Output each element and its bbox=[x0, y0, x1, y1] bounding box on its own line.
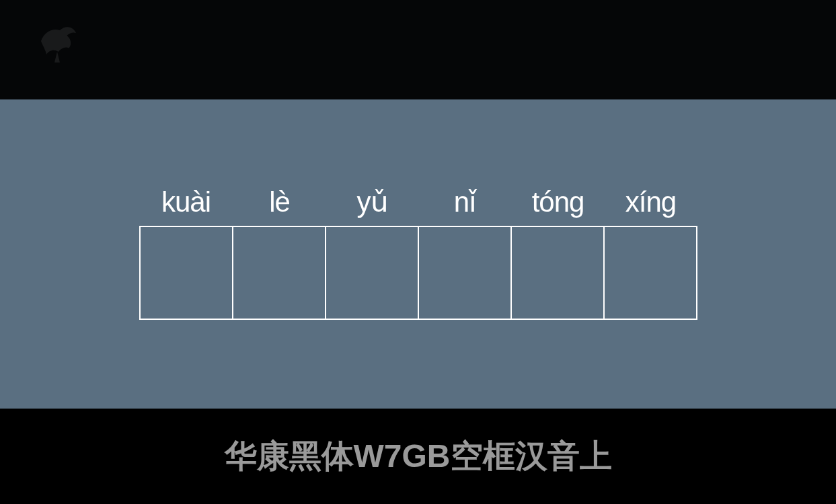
char-cell: xíng bbox=[605, 188, 697, 320]
pinyin-label: tóng bbox=[532, 188, 584, 216]
footer-bar: 华康黑体W7GB空框汉音上 bbox=[0, 409, 836, 504]
sample-row: kuài lè yǔ nǐ tóng xíng bbox=[139, 188, 697, 320]
pinyin-label: kuài bbox=[161, 188, 211, 216]
character-box bbox=[603, 226, 697, 320]
pinyin-label: xíng bbox=[625, 188, 676, 216]
char-cell: kuài bbox=[139, 188, 233, 320]
character-box bbox=[418, 226, 512, 320]
char-cell: tóng bbox=[512, 188, 605, 320]
char-cell: nǐ bbox=[419, 188, 512, 320]
pinyin-label: lè bbox=[269, 188, 290, 216]
char-cell: lè bbox=[233, 188, 326, 320]
char-cell: yǔ bbox=[326, 188, 419, 320]
font-sample-panel: kuài lè yǔ nǐ tóng xíng bbox=[0, 99, 836, 409]
header-bar bbox=[0, 0, 836, 99]
character-box bbox=[232, 226, 326, 320]
character-box bbox=[325, 226, 419, 320]
character-box bbox=[510, 226, 605, 320]
bird-logo-icon bbox=[30, 17, 84, 71]
font-name-label: 华康黑体W7GB空框汉音上 bbox=[225, 435, 612, 478]
pinyin-label: nǐ bbox=[454, 188, 476, 216]
character-box bbox=[139, 226, 233, 320]
pinyin-label: yǔ bbox=[357, 188, 388, 216]
